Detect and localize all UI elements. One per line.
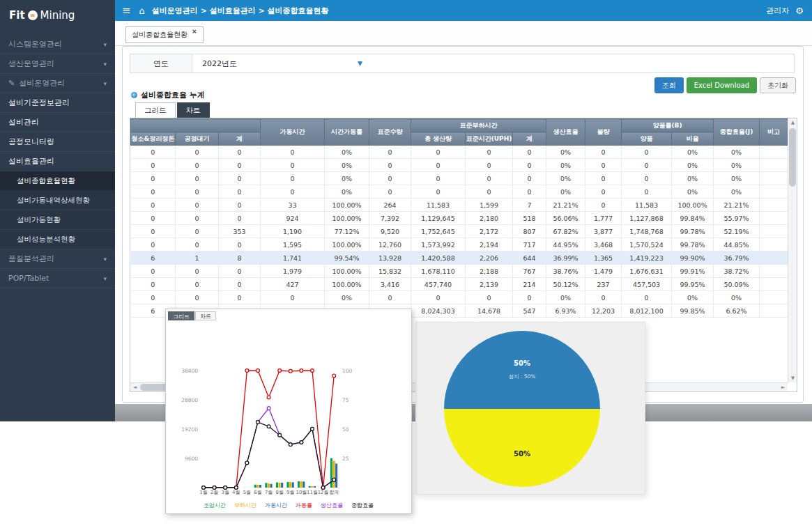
svg-text:7월: 7월 bbox=[265, 490, 273, 495]
sidebar-item[interactable]: 설비가동현황 bbox=[0, 210, 115, 230]
scroll-down-icon[interactable]: ▼ bbox=[788, 374, 797, 382]
svg-text:9600: 9600 bbox=[185, 456, 198, 462]
sidebar-item[interactable]: 시스템운영관리▾ bbox=[0, 35, 115, 54]
table-cell: 2,180 bbox=[466, 212, 513, 225]
column-header: 계 bbox=[219, 132, 261, 146]
table-cell: 0 bbox=[131, 212, 176, 225]
svg-text:50%: 50% bbox=[514, 359, 530, 367]
home-icon[interactable]: ⌂ bbox=[139, 6, 145, 16]
table-cell bbox=[760, 172, 788, 185]
scroll-up-icon[interactable]: ▲ bbox=[788, 118, 797, 127]
table-cell: 0 bbox=[219, 265, 261, 278]
table-cell: 11,583 bbox=[622, 199, 672, 212]
page-tab[interactable]: 설비종합효율현황 × bbox=[125, 26, 204, 43]
column-header: 종합효율(J) bbox=[714, 119, 760, 146]
search-button[interactable]: 조회 bbox=[654, 77, 684, 93]
scroll-right-icon[interactable]: ► bbox=[779, 383, 788, 391]
sidebar-item[interactable]: 생산운영관리▾ bbox=[0, 54, 115, 74]
table-row[interactable]: 003531,19077.12%9,5201,752,6452,17280767… bbox=[131, 225, 788, 238]
sidebar-item[interactable]: 설비기준정보관리 bbox=[0, 93, 115, 113]
sidebar-item[interactable]: 공정모니터링 bbox=[0, 132, 115, 152]
table-cell: 1,595 bbox=[261, 238, 325, 251]
table-row[interactable]: 00033100.00%26411,5831,599721.21%011,583… bbox=[131, 199, 788, 212]
table-row[interactable]: 000924100.00%7,3921,129,6452,18051856.06… bbox=[131, 212, 788, 225]
table-cell: 2,172 bbox=[466, 225, 513, 238]
popup-tab-grid[interactable]: 그리드 bbox=[168, 311, 194, 320]
popup-tab-chart[interactable]: 차트 bbox=[195, 311, 216, 320]
chevron-down-icon: ▾ bbox=[103, 256, 107, 263]
table-cell: 0% bbox=[546, 185, 585, 199]
tab-strip: 설비종합효율현황 × bbox=[115, 21, 812, 46]
table-cell: 0 bbox=[369, 172, 411, 185]
vertical-scroll-thumb[interactable] bbox=[789, 128, 796, 187]
table-cell: 0 bbox=[466, 291, 513, 304]
scroll-left-icon[interactable]: ◄ bbox=[130, 383, 139, 391]
table-cell: 0% bbox=[546, 159, 585, 172]
table-cell: 0 bbox=[513, 172, 546, 185]
table-row[interactable]: 00000%00000%000%0% bbox=[131, 146, 788, 159]
tab-grid[interactable]: 그리드 bbox=[135, 102, 176, 118]
year-select[interactable]: 2022년도 ▼ bbox=[192, 54, 362, 72]
tab-chart[interactable]: 차트 bbox=[177, 102, 210, 118]
sidebar-item-label: 시스템운영관리 bbox=[8, 39, 103, 49]
bullet-icon bbox=[131, 92, 137, 98]
tab-close-icon[interactable]: × bbox=[192, 28, 197, 35]
sidebar-item[interactable]: 품질분석관리▾ bbox=[0, 249, 115, 269]
sidebar-item[interactable]: 설비관리 bbox=[0, 113, 115, 132]
table-row[interactable]: 000427100.00%3,416457,7402,13921450.12%2… bbox=[131, 278, 788, 291]
table-cell: 0% bbox=[672, 146, 714, 159]
table-cell: 214 bbox=[513, 278, 546, 291]
svg-text:50%: 50% bbox=[514, 450, 530, 458]
table-row[interactable]: 6181,74199.54%13,9281,420,5882,20664436.… bbox=[131, 251, 788, 265]
table-cell: 1,365 bbox=[585, 251, 622, 265]
table-row[interactable]: 0001,979100.00%15,8321,678,1102,18876738… bbox=[131, 265, 788, 278]
table-cell bbox=[760, 199, 788, 212]
table-cell: 1 bbox=[176, 251, 219, 265]
table-cell: 0 bbox=[131, 278, 176, 291]
table-cell: 518 bbox=[513, 212, 546, 225]
table-cell: 33 bbox=[261, 199, 325, 212]
table-cell: 0 bbox=[411, 172, 466, 185]
table-cell: 0% bbox=[325, 146, 369, 159]
sidebar-item[interactable]: 설비종합효율현황 bbox=[0, 171, 115, 191]
gear-icon[interactable]: ⚙ bbox=[795, 6, 804, 16]
table-cell: 0% bbox=[672, 291, 714, 304]
svg-text:4월: 4월 bbox=[232, 490, 240, 495]
table-cell: 7,392 bbox=[369, 212, 411, 225]
table-cell: 0 bbox=[131, 199, 176, 212]
table-cell: 0 bbox=[131, 238, 176, 251]
table-cell: 1,129,645 bbox=[411, 212, 466, 225]
table-cell: 0% bbox=[672, 172, 714, 185]
table-cell: 0% bbox=[325, 159, 369, 172]
table-row[interactable]: 00000%00000%000%0% bbox=[131, 159, 788, 172]
table-cell: 644 bbox=[513, 251, 546, 265]
sidebar-item[interactable]: 설비효율관리 bbox=[0, 152, 115, 171]
table-row[interactable]: 00000%00000%000%0% bbox=[131, 291, 788, 304]
table-cell: 0 bbox=[219, 278, 261, 291]
legend-item: 가동률 bbox=[296, 502, 312, 509]
table-cell: 15,832 bbox=[369, 265, 411, 278]
legend-item: 종합효율 bbox=[351, 502, 374, 509]
reset-button[interactable]: 초기화 bbox=[760, 77, 796, 93]
table-cell: 100.00% bbox=[325, 199, 369, 212]
table-cell: 0 bbox=[622, 185, 672, 199]
table-cell bbox=[760, 265, 788, 278]
hamburger-icon[interactable]: ≡ bbox=[122, 4, 131, 17]
svg-text:100: 100 bbox=[342, 368, 353, 374]
table-cell: 0 bbox=[131, 225, 176, 238]
table-row[interactable]: 00000%00000%000%0% bbox=[131, 172, 788, 185]
table-row[interactable]: 00000%00000%000%0% bbox=[131, 185, 788, 199]
sidebar-item[interactable]: 설비가동내역상세현황 bbox=[0, 191, 115, 210]
table-cell: 9,520 bbox=[369, 225, 411, 238]
sidebar-item[interactable]: 설비성능분석현황 bbox=[0, 230, 115, 249]
sidebar-item[interactable]: ✎설비운영관리▾ bbox=[0, 74, 115, 93]
vertical-scrollbar[interactable]: ▲ ▼ bbox=[788, 118, 797, 382]
section-header: 설비종합효율 누계 bbox=[131, 90, 205, 100]
table-cell: 55.97% bbox=[714, 212, 760, 225]
table-body: 00000%00000%000%0%00000%00000%000%0%0000… bbox=[131, 146, 788, 318]
excel-download-button[interactable]: Excel Download bbox=[687, 77, 757, 93]
svg-text:11월: 11월 bbox=[307, 490, 318, 495]
sidebar-item[interactable]: POP/Tablet▾ bbox=[0, 269, 115, 288]
table-row[interactable]: 0001,595100.00%12,7601,573,9922,19471744… bbox=[131, 238, 788, 251]
table-cell: 1,777 bbox=[585, 212, 622, 225]
